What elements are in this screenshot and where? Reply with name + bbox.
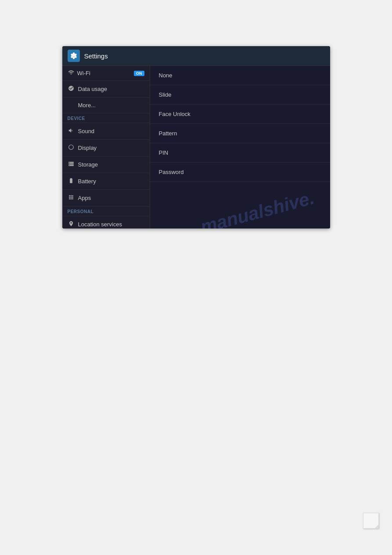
more-label: More... <box>78 102 96 109</box>
sidebar-item-wifi[interactable]: Wi-Fi ON <box>62 66 150 81</box>
wifi-label: Wi-Fi <box>77 70 90 76</box>
sidebar-item-sound[interactable]: Sound <box>62 123 150 140</box>
data-usage-label: Data usage <box>78 86 108 92</box>
sidebar-item-data-usage[interactable]: Data usage <box>62 81 150 98</box>
settings-header: Settings <box>62 46 330 66</box>
content-panel: None Slide Face Unlock Pattern PIN Passw… <box>150 66 330 229</box>
apps-icon <box>68 194 75 202</box>
sound-icon <box>68 127 75 135</box>
header-title: Settings <box>84 52 108 60</box>
sidebar-item-location-services[interactable]: Location services <box>62 216 150 229</box>
sidebar-item-apps[interactable]: Apps <box>62 190 150 207</box>
option-password[interactable]: Password <box>150 163 330 182</box>
battery-label: Battery <box>78 178 96 185</box>
option-none[interactable]: None <box>150 66 330 85</box>
display-label: Display <box>78 145 97 151</box>
settings-icon <box>68 50 80 62</box>
sound-label: Sound <box>78 128 95 134</box>
option-pattern[interactable]: Pattern <box>150 124 330 143</box>
location-services-label: Location services <box>78 221 122 228</box>
display-icon <box>68 144 75 152</box>
storage-icon <box>68 161 75 168</box>
apps-label: Apps <box>78 195 91 201</box>
sidebar-item-battery[interactable]: Battery <box>62 173 150 190</box>
data-usage-icon <box>68 85 75 93</box>
option-slide[interactable]: Slide <box>150 85 330 105</box>
sidebar-item-storage[interactable]: Storage <box>62 156 150 173</box>
battery-icon <box>68 178 75 185</box>
option-pin[interactable]: PIN <box>150 143 330 163</box>
watermark: manualshive.com <box>199 189 321 229</box>
storage-label: Storage <box>78 161 98 168</box>
sidebar: Wi-Fi ON Data usage More... <box>62 66 150 229</box>
note-icon <box>363 513 379 529</box>
option-face-unlock[interactable]: Face Unlock <box>150 105 330 124</box>
sidebar-item-more[interactable]: More... <box>62 98 150 113</box>
svg-point-0 <box>72 55 75 57</box>
settings-container: Settings Wi-Fi ON <box>62 46 330 229</box>
settings-body: Wi-Fi ON Data usage More... <box>62 66 330 229</box>
device-section-label: DEVICE <box>62 113 150 123</box>
wifi-icon <box>68 69 75 77</box>
sidebar-item-display[interactable]: Display <box>62 140 150 156</box>
personal-section-label: PERSONAL <box>62 207 150 216</box>
page-wrapper: Settings Wi-Fi ON <box>0 0 392 229</box>
wifi-badge: ON <box>134 71 144 76</box>
location-icon <box>68 221 75 228</box>
